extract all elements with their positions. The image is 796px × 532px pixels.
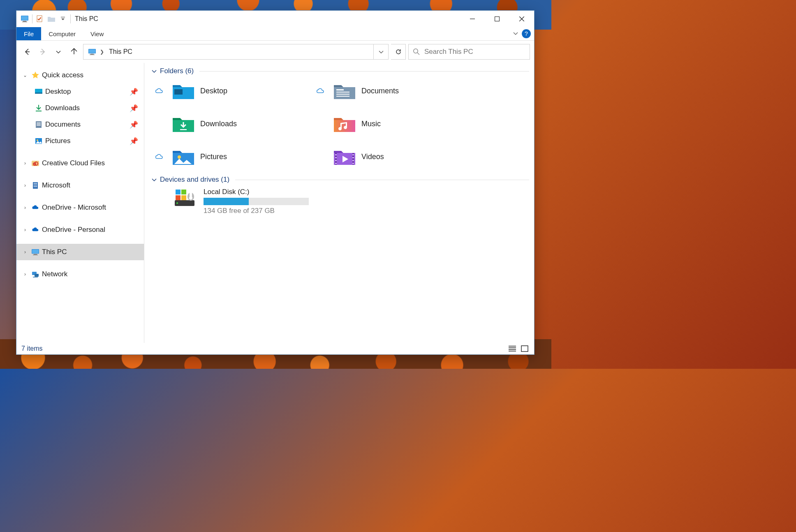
- qat-dropdown[interactable]: [57, 13, 69, 25]
- address-location-label: This PC: [109, 48, 132, 56]
- svg-rect-62: [352, 160, 354, 161]
- maximize-button[interactable]: [485, 11, 509, 27]
- sidebar-item-onedrive-personal[interactable]: › OneDrive - Personal: [16, 222, 144, 238]
- large-icons-view-button[interactable]: [520, 344, 529, 353]
- folder-icon: [171, 147, 195, 166]
- cloud-sync-icon: [313, 88, 328, 94]
- svg-rect-3: [22, 22, 27, 22]
- folder-icon: [171, 81, 195, 100]
- folder-tile-documents[interactable]: Documents: [313, 79, 474, 102]
- recent-locations-button[interactable]: [52, 45, 65, 58]
- file-explorer-window: This PC File Computer View ?: [16, 10, 535, 355]
- search-box[interactable]: [408, 44, 530, 60]
- sidebar-item-label: Microsoft: [42, 181, 70, 190]
- search-input[interactable]: [424, 48, 525, 56]
- back-button[interactable]: [21, 45, 34, 58]
- svg-rect-2: [23, 21, 26, 22]
- folder-icon: [171, 114, 195, 133]
- folder-tile-downloads[interactable]: Downloads: [152, 112, 313, 135]
- sidebar-item-network[interactable]: › Network: [16, 266, 144, 282]
- svg-rect-59: [335, 163, 337, 164]
- sidebar-item-onedrive-microsoft[interactable]: › OneDrive - Microsoft: [16, 199, 144, 216]
- group-header-folders[interactable]: Folders (6): [152, 67, 534, 75]
- svg-rect-28: [36, 183, 37, 184]
- properties-button[interactable]: [34, 13, 46, 25]
- new-folder-button[interactable]: [46, 13, 57, 25]
- folder-tile-music[interactable]: Music: [313, 112, 474, 135]
- forward-button[interactable]: [36, 45, 49, 58]
- sidebar-item-this-pc[interactable]: › This PC: [16, 244, 144, 260]
- svg-rect-56: [335, 154, 337, 155]
- close-button[interactable]: [509, 11, 534, 27]
- help-button[interactable]: ?: [522, 29, 531, 38]
- details-view-button[interactable]: [508, 344, 517, 353]
- svg-rect-40: [35, 274, 39, 277]
- document-icon: [35, 120, 43, 129]
- folder-label: Videos: [361, 153, 384, 161]
- sidebar-item-microsoft[interactable]: › Microsoft: [16, 177, 144, 194]
- svg-rect-6: [470, 19, 475, 19]
- svg-point-52: [178, 155, 181, 159]
- folder-label: Music: [361, 120, 381, 128]
- sidebar-item-label: This PC: [42, 248, 67, 256]
- up-button[interactable]: [67, 45, 81, 58]
- folder-label: Desktop: [200, 87, 227, 95]
- address-crumb-thispc[interactable]: This PC: [106, 48, 135, 56]
- svg-rect-34: [36, 186, 37, 187]
- svg-rect-47: [336, 96, 349, 97]
- chevron-down-icon: [152, 177, 157, 182]
- group-header-devices[interactable]: Devices and drives (1): [152, 176, 534, 184]
- svg-rect-11: [90, 55, 95, 55]
- navigation-row: ❯ This PC: [16, 41, 534, 63]
- sidebar-item-creative-cloud[interactable]: › Creative Cloud Files: [16, 155, 144, 171]
- address-dropdown[interactable]: [373, 44, 388, 59]
- folder-tile-desktop[interactable]: Desktop: [152, 79, 313, 102]
- address-crumb-root[interactable]: ❯: [86, 48, 106, 56]
- svg-rect-19: [37, 125, 41, 126]
- chevron-right-icon[interactable]: ›: [21, 227, 29, 233]
- minimize-button[interactable]: [460, 11, 485, 27]
- chevron-right-icon[interactable]: ›: [21, 271, 29, 277]
- chevron-down-icon[interactable]: ⌄: [21, 72, 29, 78]
- sidebar-item-pictures[interactable]: Pictures 📌: [16, 133, 144, 149]
- chevron-right-icon[interactable]: ›: [21, 160, 29, 166]
- drive-tile-c[interactable]: Local Disk (C:) 134 GB free of 237 GB: [173, 188, 534, 215]
- svg-rect-61: [352, 157, 354, 158]
- sidebar-quick-access[interactable]: ⌄ Quick access: [16, 67, 144, 83]
- quick-access-toolbar: [19, 13, 72, 25]
- folder-label: Downloads: [200, 120, 237, 128]
- svg-rect-46: [336, 94, 349, 95]
- svg-rect-50: [334, 120, 355, 132]
- folder-icon: [333, 81, 356, 100]
- app-icon[interactable]: [19, 13, 30, 25]
- tab-computer[interactable]: Computer: [41, 27, 83, 40]
- sidebar-item-label: OneDrive - Microsoft: [42, 204, 106, 212]
- onedrive-icon: [31, 204, 39, 212]
- tab-file[interactable]: File: [16, 27, 41, 40]
- ribbon-collapse-button[interactable]: [513, 30, 518, 37]
- refresh-button[interactable]: [391, 44, 406, 60]
- tab-view[interactable]: View: [83, 27, 111, 40]
- chevron-right-icon[interactable]: ›: [21, 249, 29, 255]
- creative-cloud-icon: [31, 159, 39, 167]
- chevron-right-icon[interactable]: ›: [21, 205, 29, 210]
- svg-rect-10: [90, 54, 94, 54]
- chevron-right-icon[interactable]: ›: [21, 183, 29, 188]
- svg-rect-49: [180, 129, 187, 130]
- svg-rect-32: [34, 186, 35, 187]
- svg-rect-15: [36, 111, 42, 111]
- drive-icon: [173, 188, 199, 209]
- address-bar[interactable]: ❯ This PC: [83, 44, 389, 60]
- svg-rect-66: [509, 346, 516, 347]
- sidebar-item-documents[interactable]: Documents 📌: [16, 116, 144, 133]
- sidebar-item-desktop[interactable]: Desktop 📌: [16, 83, 144, 100]
- folder-tile-pictures[interactable]: Pictures: [152, 145, 313, 168]
- sidebar-item-downloads[interactable]: Downloads 📌: [16, 100, 144, 116]
- svg-rect-70: [521, 346, 528, 352]
- group-header-label: Devices and drives (1): [160, 176, 229, 184]
- folder-tile-videos[interactable]: Videos: [313, 145, 474, 168]
- svg-rect-14: [35, 93, 42, 94]
- svg-rect-29: [34, 185, 35, 185]
- divider: [70, 14, 71, 23]
- svg-rect-31: [36, 185, 37, 185]
